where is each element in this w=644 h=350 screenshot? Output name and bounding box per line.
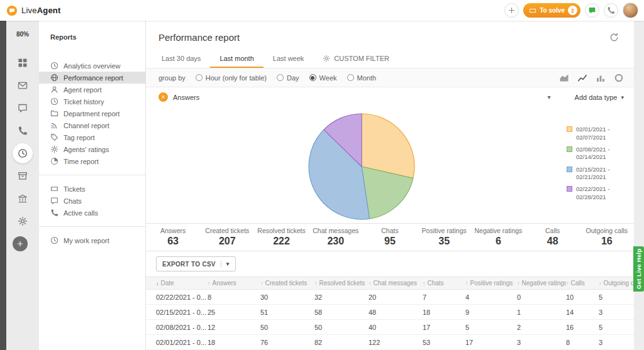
collapsed-panel-rail[interactable]: [0, 21, 6, 350]
phone-status-button[interactable]: [604, 3, 618, 18]
sidebar-item-analytics-overview[interactable]: Analytics overview: [39, 60, 145, 72]
tab-custom-filter[interactable]: CUSTOM FILTER: [313, 50, 399, 68]
pie-chart-button[interactable]: [614, 73, 624, 83]
export-to-csv-button[interactable]: EXPORT TO CSV ▾: [156, 256, 236, 271]
sort-icon[interactable]: ↑: [314, 280, 318, 287]
availability-percent[interactable]: 80%: [16, 31, 29, 38]
chat-status-button[interactable]: [585, 3, 599, 18]
person-icon: [50, 85, 58, 94]
radio-month[interactable]: Month: [347, 74, 377, 82]
tab-last-30-days[interactable]: Last 30 days: [152, 50, 210, 68]
radio-label: Day: [287, 74, 299, 82]
sidebar-item-performance-report[interactable]: Performance report: [39, 72, 145, 84]
app-body: 80% Reports Analytics overviewPerformanc…: [0, 21, 644, 350]
column-header-negative-ratings[interactable]: ↑Negative ratings: [517, 280, 566, 287]
tab-label: Last week: [273, 55, 304, 62]
to-solve-button[interactable]: To solve 2: [523, 3, 580, 18]
table-cell: 7: [423, 293, 465, 301]
sort-icon[interactable]: ↑: [599, 280, 602, 287]
stat-chats: Chats95: [363, 224, 417, 251]
add-data-type-button[interactable]: Add data type ▾: [575, 94, 624, 101]
series-chip-icon[interactable]: ×: [158, 92, 168, 102]
legend-label: 02/08/2021 - 02/14/2021: [576, 146, 625, 161]
user-avatar[interactable]: [623, 3, 638, 18]
sidebar-item-my-work-report[interactable]: My work report: [39, 234, 145, 246]
column-header-date[interactable]: ↓Date: [156, 280, 208, 287]
table-row[interactable]: 02/08/2021 - 0...125050401752165: [146, 320, 634, 335]
ticket-icon: [50, 185, 58, 193]
sort-icon[interactable]: ↑: [369, 280, 372, 287]
table-row[interactable]: 02/01/2021 - 0...1876821225317383: [146, 335, 634, 350]
archive-icon: [18, 171, 28, 181]
sidebar-item-tag-report[interactable]: Tag report: [39, 131, 145, 143]
sidebar-item-chats[interactable]: Chats: [39, 195, 145, 207]
rail-item-dashboard[interactable]: [13, 53, 33, 73]
sort-icon[interactable]: ↑: [260, 280, 264, 287]
sort-icon[interactable]: ↑: [208, 280, 211, 287]
series-caret-icon[interactable]: ▾: [548, 94, 551, 101]
sidebar-item-ticket-history[interactable]: Ticket history: [39, 96, 145, 107]
sort-icon[interactable]: ↑: [566, 280, 569, 287]
column-header-resolved-tickets[interactable]: ↑Resolved tickets: [314, 280, 369, 287]
column-header-chats[interactable]: ↑Chats: [423, 280, 465, 287]
radio-day[interactable]: Day: [277, 74, 299, 82]
sidebar-item-label: Tag report: [64, 134, 95, 141]
export-caret-icon: ▾: [221, 261, 230, 267]
rail-item-company[interactable]: [13, 189, 33, 209]
refresh-button[interactable]: [609, 33, 619, 42]
sort-icon[interactable]: ↓: [156, 280, 159, 287]
table-row[interactable]: 02/15/2021 - 0...255158481891143: [146, 305, 634, 320]
table-cell: 2: [517, 324, 566, 331]
sidebar-item-agents-ratings[interactable]: Agents' ratings: [39, 143, 145, 155]
line-chart-button[interactable]: [577, 73, 587, 83]
stat-outgoing-calls: Outgoing calls16: [580, 224, 634, 251]
rail-item-tickets-mail[interactable]: [13, 75, 33, 96]
rail-item-reports[interactable]: [13, 143, 33, 163]
column-header-positive-ratings[interactable]: ↑Positive ratings: [465, 280, 517, 287]
table-cell: 16: [566, 324, 599, 331]
sidebar-item-channel-report[interactable]: Channel report: [39, 119, 145, 131]
column-header-answers[interactable]: ↑Answers: [208, 280, 260, 287]
legend-swatch: [567, 126, 572, 132]
column-header-calls[interactable]: ↑Calls: [566, 280, 599, 287]
sidebar-group: Analytics overviewPerformance reportAgen…: [39, 60, 145, 167]
add-new-button[interactable]: [504, 3, 519, 18]
sidebar-item-agent-report[interactable]: Agent report: [39, 84, 145, 96]
tab-label: CUSTOM FILTER: [334, 55, 389, 62]
chart-legend: 02/01/2021 - 02/07/202102/08/2021 - 02/1…: [567, 126, 625, 205]
bar-chart-button[interactable]: [596, 73, 606, 83]
sort-icon[interactable]: ↑: [517, 280, 520, 287]
bar-chart-icon: [596, 73, 606, 83]
tab-last-month[interactable]: Last month: [210, 50, 263, 68]
table-cell: 02/01/2021 - 0...: [156, 339, 208, 346]
table-cell: 20: [369, 293, 423, 301]
chat-status-icon: [588, 6, 596, 14]
sidebar-item-time-report[interactable]: Time report: [39, 155, 145, 167]
title-row: Performance report: [146, 21, 634, 50]
sort-icon[interactable]: ↑: [465, 280, 469, 287]
radio-label: Week: [319, 74, 337, 82]
tab-last-week[interactable]: Last week: [264, 50, 314, 68]
radio-icon: [277, 74, 284, 81]
rail-item-chats[interactable]: [13, 98, 33, 118]
sidebar-item-active-calls[interactable]: Active calls: [39, 207, 145, 219]
legend-item: 02/15/2021 - 02/21/2021: [567, 166, 625, 182]
radio-week[interactable]: Week: [309, 74, 337, 82]
rail-item-archive[interactable]: [13, 166, 33, 186]
rail-item-calls[interactable]: [13, 121, 33, 141]
sidebar-item-tickets[interactable]: Tickets: [39, 183, 145, 195]
table-row[interactable]: 02/22/2021 - 0...8303220740105: [146, 290, 634, 305]
area-chart-button[interactable]: [559, 73, 569, 83]
series-select[interactable]: × Answers: [158, 92, 199, 102]
table-cell: 58: [314, 309, 369, 316]
rail-item-settings[interactable]: [13, 211, 33, 231]
radio-hour-only-for-table[interactable]: Hour (only for table): [196, 74, 267, 82]
logo[interactable]: LiveAgent: [6, 5, 61, 16]
sidebar-item-department-report[interactable]: Department report: [39, 107, 145, 119]
live-help-tab[interactable]: Get Live Help: [633, 246, 644, 292]
rail-item-add[interactable]: [13, 236, 28, 251]
column-header-outgoing-calls[interactable]: ↑Outgoing calls: [599, 280, 634, 287]
column-header-created-tickets[interactable]: ↑Created tickets: [260, 280, 314, 287]
column-header-chat-messages[interactable]: ↑Chat messages: [369, 280, 423, 287]
sort-icon[interactable]: ↑: [423, 280, 426, 287]
